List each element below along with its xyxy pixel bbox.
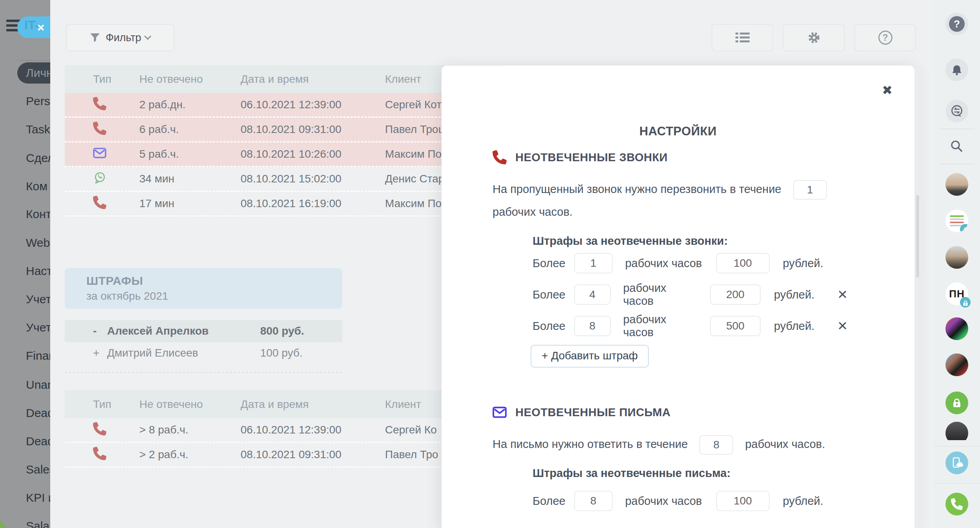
penalty-entry[interactable]: - Алексей Апрелков 800 руб. (65, 320, 342, 342)
chat-exchange-button[interactable] (945, 100, 968, 122)
overdue-table: Тип Не отвечено Дата и время Клиент > 8 … (65, 390, 504, 468)
sidebar-item[interactable]: Finan (26, 349, 50, 362)
penalty-rule-row: Более 4 рабочих часов 200 рублей. ✕ (533, 279, 848, 310)
page: IT- × Личн Pers Task Сдел Ком Конт Web Н… (0, 0, 980, 528)
rule-hours-input[interactable]: 4 (574, 284, 611, 305)
scrollbar-thumb[interactable] (916, 195, 919, 277)
letters-heading-label: НЕОТВЕЧЕННЫЕ ПИСЬМА (515, 406, 671, 419)
table-row[interactable]: 2 раб.дн. 06.10.2021 12:39:00 Сергей Кот… (65, 93, 504, 118)
user-avatar[interactable] (945, 353, 968, 376)
sidebar-item[interactable]: Сдел (26, 151, 50, 165)
table-header: Тип Не отвечено Дата и время Клиент (65, 390, 504, 418)
question-icon: ? (878, 31, 892, 45)
sidebar-item[interactable]: Ком (26, 180, 47, 193)
table-row[interactable]: 17 мин 08.10.2021 16:19:00 Максим Пог (65, 192, 504, 217)
sidebar-item[interactable]: Task (26, 123, 50, 136)
sidebar-item[interactable]: Наст (26, 264, 50, 278)
sidebar-item-selected[interactable]: Личн (17, 62, 50, 84)
call-button[interactable] (945, 493, 968, 515)
table-row[interactable]: 34 мин 08.10.2021 15:02:00 Денис Старк (65, 167, 504, 192)
mobile-app-button[interactable] (945, 452, 968, 474)
col-type: Тип (65, 73, 139, 86)
unanswered-cell: 6 раб.ч. (139, 123, 241, 136)
lock-icon (953, 402, 960, 407)
search-button[interactable] (945, 135, 968, 158)
rule-hours-suffix: рабочих часов (625, 257, 702, 270)
secure-session-button[interactable] (945, 391, 968, 414)
divider (940, 164, 975, 164)
unanswered-cell: > 2 раб.ч. (139, 448, 241, 461)
letters-penalties-label: Штрафы за неотвеченные письма: (533, 467, 848, 480)
table-row[interactable]: 5 раб.ч. 08.10.2021 10:26:00 Максим Пог (65, 142, 504, 167)
sidebar-item[interactable]: KPI и (26, 491, 50, 504)
add-penalty-button[interactable]: + Добавить штраф (531, 345, 649, 368)
rule-amount-input[interactable]: 500 (710, 316, 761, 336)
mail-icon (493, 405, 507, 419)
letters-intro-before: На письмо нужно ответить в течение (493, 438, 688, 450)
calls-intro-after: рабочих часов. (493, 206, 573, 218)
calls-heading-label: НЕОТВЕЧЕННЫЕ ЗВОНКИ (515, 151, 668, 164)
callback-hours-input[interactable]: 1 (793, 180, 827, 200)
divider (940, 129, 975, 129)
col-datetime: Дата и время (241, 73, 385, 86)
datetime-cell: 08.10.2021 10:26:00 (241, 148, 385, 160)
phone-cloud-icon (950, 456, 964, 470)
rule-amount-suffix: рублей. (783, 257, 823, 270)
divider (934, 446, 980, 447)
sidebar-item[interactable]: Sales (26, 463, 50, 476)
list-icon (735, 32, 750, 44)
document-thumbnail[interactable] (945, 209, 968, 232)
sidebar-item[interactable]: Конт (26, 208, 50, 221)
sidebar-close-button[interactable]: IT- × (17, 16, 50, 38)
user-avatar[interactable] (945, 317, 968, 340)
sidebar-item[interactable]: Web (26, 236, 50, 249)
rule-hours-input[interactable]: 1 (574, 253, 613, 273)
penalty-entry[interactable]: + Дмитрий Елисеев 100 руб. (65, 342, 342, 364)
reply-hours-input[interactable]: 8 (699, 435, 733, 455)
sidebar-item[interactable]: Учет (26, 321, 50, 334)
col-unanswered: Не отвечено (139, 398, 241, 411)
entry-sign: + (65, 347, 107, 359)
sidebar-item[interactable]: Salar (26, 519, 50, 528)
list-view-button[interactable] (712, 24, 773, 51)
table-row[interactable]: > 8 раб.ч. 06.10.2021 12:39:00 Сергей Ко (65, 418, 504, 443)
rule-amount-input[interactable]: 100 (716, 491, 770, 511)
rule-hours-input[interactable]: 8 (574, 491, 613, 511)
sidebar-item[interactable]: Учет (26, 293, 50, 306)
rule-prefix: Более (533, 257, 566, 270)
funnel-icon (90, 32, 100, 43)
remove-rule-icon[interactable]: ✕ (837, 287, 848, 302)
table-row[interactable]: > 2 раб.ч. 08.10.2021 09:31:00 Павел Тро (65, 443, 504, 468)
divider (17, 60, 50, 61)
penalty-rule-row: Более 8 рабочих часов 100 рублей. (533, 485, 848, 517)
sidebar-item[interactable]: Pers (26, 95, 50, 108)
remove-rule-icon[interactable]: ✕ (837, 319, 848, 333)
user-avatar[interactable] (945, 246, 968, 269)
rule-hours-input[interactable]: 8 (574, 316, 611, 336)
user-avatar-partial[interactable] (945, 422, 968, 440)
table-row[interactable]: 6 раб.ч. 08.10.2021 09:31:00 Павел Троша (65, 118, 504, 142)
rule-amount-input[interactable]: 100 (716, 253, 770, 273)
col-datetime: Дата и время (241, 398, 385, 411)
filter-button[interactable]: Фильтр (66, 24, 174, 51)
rule-amount-suffix: рублей. (774, 320, 814, 333)
help-button[interactable]: ? (854, 24, 916, 51)
help-button[interactable]: ? (945, 13, 968, 35)
rule-prefix: Более (533, 495, 566, 508)
sidebar-item[interactable]: Unan (26, 378, 50, 391)
notifications-button[interactable] (945, 58, 968, 81)
divider (934, 483, 980, 484)
modal-scrollbar[interactable] (914, 66, 921, 528)
sidebar-item[interactable]: Dead (26, 406, 50, 420)
left-sidebar: IT- × Личн Pers Task Сдел Ком Конт Web Н… (0, 0, 50, 528)
phone-icon (951, 498, 963, 510)
settings-button[interactable] (783, 24, 845, 51)
rule-amount-input[interactable]: 200 (710, 284, 761, 305)
table-header: Тип Не отвечено Дата и время Клиент (65, 65, 504, 93)
workspace-badge[interactable]: ПН (945, 282, 968, 305)
lock-badge-icon (960, 224, 968, 232)
user-avatar[interactable] (945, 173, 968, 196)
filter-label: Фильтр (106, 32, 141, 44)
sidebar-item[interactable]: Dead (26, 435, 50, 448)
entry-amount: 800 руб. (260, 325, 304, 337)
